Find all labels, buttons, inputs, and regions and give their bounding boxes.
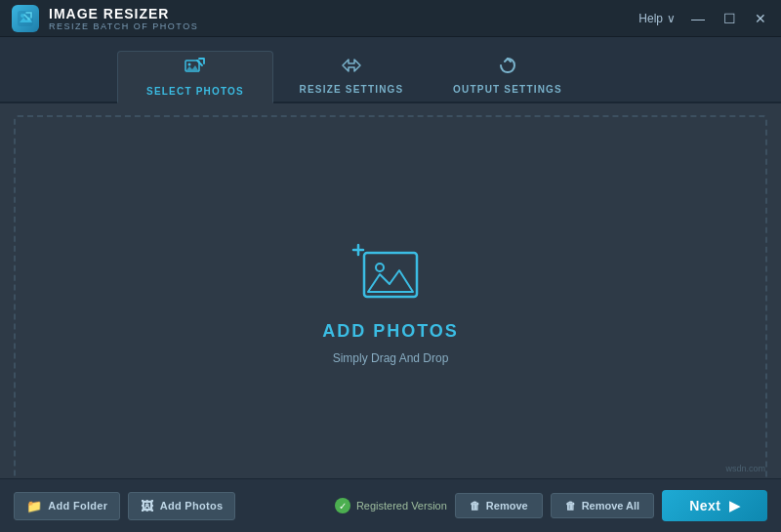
bottom-right-area: ✓ Registered Version 🗑 Remove 🗑 Remove A… bbox=[335, 490, 767, 521]
app-subtitle: RESIZE BATCH OF PHOTOS bbox=[49, 21, 198, 31]
next-label: Next bbox=[689, 498, 720, 513]
svg-rect-4 bbox=[364, 253, 417, 297]
add-photos-label: ADD PHOTOS bbox=[322, 321, 459, 342]
add-folder-button[interactable]: 📁 Add Folder bbox=[14, 492, 120, 520]
bottombar: 📁 Add Folder 🖼 Add Photos ✓ Registered V… bbox=[0, 478, 781, 532]
bottom-left-buttons: 📁 Add Folder 🖼 Add Photos bbox=[14, 492, 235, 520]
image-icon: 🖼 bbox=[141, 499, 153, 513]
help-button[interactable]: Help ∨ bbox=[638, 12, 676, 25]
folder-icon: 📁 bbox=[26, 499, 42, 513]
next-arrow-icon: ▶ bbox=[729, 498, 741, 513]
remove-button[interactable]: 🗑 Remove bbox=[455, 493, 543, 518]
app-icon bbox=[12, 5, 39, 32]
help-label: Help bbox=[638, 12, 663, 25]
next-button[interactable]: Next ▶ bbox=[662, 490, 767, 521]
chevron-down-icon: ∨ bbox=[667, 12, 676, 25]
trash-icon: 🗑 bbox=[470, 500, 480, 512]
registered-icon: ✓ bbox=[335, 498, 350, 513]
tabbar: SELECT PHOTOS RESIZE SETTINGS OUTPUT SET… bbox=[0, 37, 781, 103]
app-title-block: IMAGE RESIZER RESIZE BATCH OF PHOTOS bbox=[49, 6, 198, 31]
remove-all-label: Remove All bbox=[582, 500, 640, 512]
maximize-button[interactable]: ☐ bbox=[720, 11, 738, 26]
minimize-button[interactable]: — bbox=[689, 11, 707, 26]
titlebar-controls: Help ∨ — ☐ ✕ bbox=[638, 11, 769, 26]
watermark: wsdn.com bbox=[725, 464, 765, 473]
drop-zone[interactable]: ADD PHOTOS Simply Drag And Drop bbox=[14, 115, 767, 490]
svg-point-5 bbox=[376, 264, 384, 271]
trash-all-icon: 🗑 bbox=[565, 500, 576, 512]
remove-label: Remove bbox=[486, 500, 528, 512]
add-folder-label: Add Folder bbox=[48, 500, 107, 512]
tab-resize-settings[interactable]: RESIZE SETTINGS bbox=[273, 49, 430, 102]
svg-point-3 bbox=[188, 62, 191, 65]
resize-settings-icon bbox=[341, 56, 362, 80]
add-photos-button[interactable]: 🖼 Add Photos bbox=[128, 492, 235, 520]
tab-output-settings-label: OUTPUT SETTINGS bbox=[453, 84, 562, 95]
titlebar-left: IMAGE RESIZER RESIZE BATCH OF PHOTOS bbox=[12, 5, 198, 32]
tab-resize-settings-label: RESIZE SETTINGS bbox=[300, 84, 404, 95]
titlebar: IMAGE RESIZER RESIZE BATCH OF PHOTOS Hel… bbox=[0, 0, 781, 37]
add-photos-label: Add Photos bbox=[160, 500, 224, 512]
drag-drop-label: Simply Drag And Drop bbox=[333, 351, 449, 365]
tab-select-photos-label: SELECT PHOTOS bbox=[146, 86, 244, 97]
add-photos-area[interactable]: ADD PHOTOS Simply Drag And Drop bbox=[322, 241, 459, 365]
select-photos-icon bbox=[185, 58, 206, 82]
add-photos-icon bbox=[347, 241, 434, 311]
tab-output-settings[interactable]: OUTPUT SETTINGS bbox=[430, 49, 586, 102]
registered-version: ✓ Registered Version bbox=[335, 498, 447, 513]
close-button[interactable]: ✕ bbox=[752, 11, 769, 26]
output-settings-icon bbox=[497, 56, 518, 80]
remove-all-button[interactable]: 🗑 Remove All bbox=[551, 493, 655, 518]
tab-select-photos[interactable]: SELECT PHOTOS bbox=[117, 51, 273, 103]
registered-label: Registered Version bbox=[356, 500, 447, 512]
app-title: IMAGE RESIZER bbox=[49, 6, 198, 21]
